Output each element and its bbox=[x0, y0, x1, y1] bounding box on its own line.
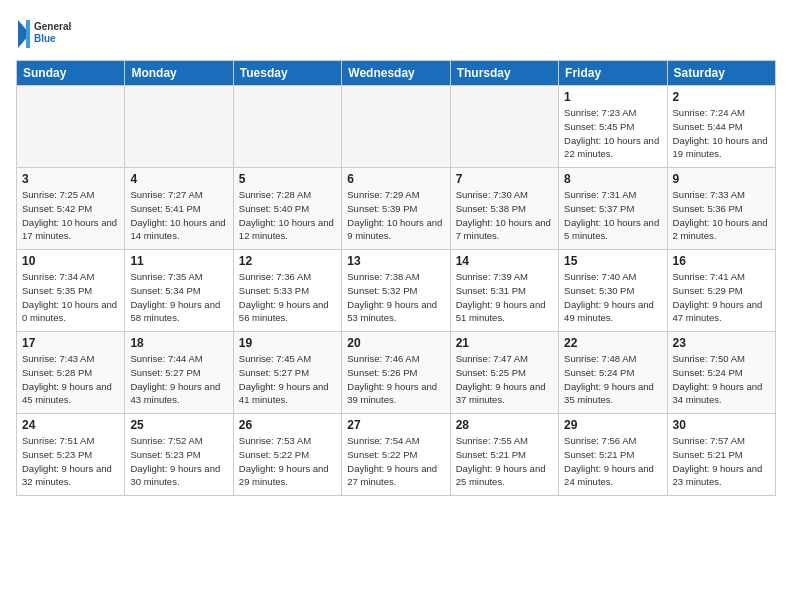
calendar-cell: 20Sunrise: 7:46 AMSunset: 5:26 PMDayligh… bbox=[342, 332, 450, 414]
day-info: Sunrise: 7:55 AMSunset: 5:21 PMDaylight:… bbox=[456, 434, 553, 489]
day-number: 8 bbox=[564, 172, 661, 186]
calendar-table: SundayMondayTuesdayWednesdayThursdayFrid… bbox=[16, 60, 776, 496]
weekday-header: Tuesday bbox=[233, 61, 341, 86]
day-number: 2 bbox=[673, 90, 770, 104]
logo-svg: General Blue bbox=[16, 16, 76, 52]
weekday-header: Wednesday bbox=[342, 61, 450, 86]
day-number: 23 bbox=[673, 336, 770, 350]
calendar-cell: 18Sunrise: 7:44 AMSunset: 5:27 PMDayligh… bbox=[125, 332, 233, 414]
day-info: Sunrise: 7:47 AMSunset: 5:25 PMDaylight:… bbox=[456, 352, 553, 407]
day-info: Sunrise: 7:31 AMSunset: 5:37 PMDaylight:… bbox=[564, 188, 661, 243]
day-info: Sunrise: 7:41 AMSunset: 5:29 PMDaylight:… bbox=[673, 270, 770, 325]
logo: General Blue bbox=[16, 16, 76, 52]
day-number: 22 bbox=[564, 336, 661, 350]
day-info: Sunrise: 7:48 AMSunset: 5:24 PMDaylight:… bbox=[564, 352, 661, 407]
calendar-cell: 19Sunrise: 7:45 AMSunset: 5:27 PMDayligh… bbox=[233, 332, 341, 414]
calendar-cell: 6Sunrise: 7:29 AMSunset: 5:39 PMDaylight… bbox=[342, 168, 450, 250]
day-number: 25 bbox=[130, 418, 227, 432]
calendar-cell: 28Sunrise: 7:55 AMSunset: 5:21 PMDayligh… bbox=[450, 414, 558, 496]
calendar-week-row: 24Sunrise: 7:51 AMSunset: 5:23 PMDayligh… bbox=[17, 414, 776, 496]
day-info: Sunrise: 7:35 AMSunset: 5:34 PMDaylight:… bbox=[130, 270, 227, 325]
day-number: 13 bbox=[347, 254, 444, 268]
day-number: 7 bbox=[456, 172, 553, 186]
calendar-cell: 8Sunrise: 7:31 AMSunset: 5:37 PMDaylight… bbox=[559, 168, 667, 250]
calendar-cell bbox=[17, 86, 125, 168]
day-info: Sunrise: 7:52 AMSunset: 5:23 PMDaylight:… bbox=[130, 434, 227, 489]
day-info: Sunrise: 7:39 AMSunset: 5:31 PMDaylight:… bbox=[456, 270, 553, 325]
calendar-cell: 23Sunrise: 7:50 AMSunset: 5:24 PMDayligh… bbox=[667, 332, 775, 414]
day-info: Sunrise: 7:56 AMSunset: 5:21 PMDaylight:… bbox=[564, 434, 661, 489]
day-info: Sunrise: 7:46 AMSunset: 5:26 PMDaylight:… bbox=[347, 352, 444, 407]
day-number: 16 bbox=[673, 254, 770, 268]
day-info: Sunrise: 7:24 AMSunset: 5:44 PMDaylight:… bbox=[673, 106, 770, 161]
day-number: 10 bbox=[22, 254, 119, 268]
page-header: General Blue bbox=[16, 16, 776, 52]
day-info: Sunrise: 7:36 AMSunset: 5:33 PMDaylight:… bbox=[239, 270, 336, 325]
weekday-header: Sunday bbox=[17, 61, 125, 86]
weekday-header: Thursday bbox=[450, 61, 558, 86]
calendar-cell: 5Sunrise: 7:28 AMSunset: 5:40 PMDaylight… bbox=[233, 168, 341, 250]
day-info: Sunrise: 7:33 AMSunset: 5:36 PMDaylight:… bbox=[673, 188, 770, 243]
calendar-cell: 13Sunrise: 7:38 AMSunset: 5:32 PMDayligh… bbox=[342, 250, 450, 332]
day-number: 24 bbox=[22, 418, 119, 432]
day-number: 18 bbox=[130, 336, 227, 350]
calendar-cell: 25Sunrise: 7:52 AMSunset: 5:23 PMDayligh… bbox=[125, 414, 233, 496]
day-number: 17 bbox=[22, 336, 119, 350]
day-number: 3 bbox=[22, 172, 119, 186]
calendar-cell: 10Sunrise: 7:34 AMSunset: 5:35 PMDayligh… bbox=[17, 250, 125, 332]
day-number: 21 bbox=[456, 336, 553, 350]
calendar-cell: 21Sunrise: 7:47 AMSunset: 5:25 PMDayligh… bbox=[450, 332, 558, 414]
weekday-header: Friday bbox=[559, 61, 667, 86]
day-info: Sunrise: 7:53 AMSunset: 5:22 PMDaylight:… bbox=[239, 434, 336, 489]
day-number: 29 bbox=[564, 418, 661, 432]
day-info: Sunrise: 7:45 AMSunset: 5:27 PMDaylight:… bbox=[239, 352, 336, 407]
day-number: 11 bbox=[130, 254, 227, 268]
calendar-cell: 27Sunrise: 7:54 AMSunset: 5:22 PMDayligh… bbox=[342, 414, 450, 496]
day-info: Sunrise: 7:25 AMSunset: 5:42 PMDaylight:… bbox=[22, 188, 119, 243]
day-number: 9 bbox=[673, 172, 770, 186]
calendar-cell: 26Sunrise: 7:53 AMSunset: 5:22 PMDayligh… bbox=[233, 414, 341, 496]
calendar-cell: 30Sunrise: 7:57 AMSunset: 5:21 PMDayligh… bbox=[667, 414, 775, 496]
calendar-cell: 29Sunrise: 7:56 AMSunset: 5:21 PMDayligh… bbox=[559, 414, 667, 496]
calendar-cell bbox=[233, 86, 341, 168]
day-number: 5 bbox=[239, 172, 336, 186]
day-number: 30 bbox=[673, 418, 770, 432]
calendar-cell: 24Sunrise: 7:51 AMSunset: 5:23 PMDayligh… bbox=[17, 414, 125, 496]
calendar-cell: 22Sunrise: 7:48 AMSunset: 5:24 PMDayligh… bbox=[559, 332, 667, 414]
day-info: Sunrise: 7:34 AMSunset: 5:35 PMDaylight:… bbox=[22, 270, 119, 325]
calendar-cell bbox=[450, 86, 558, 168]
day-number: 28 bbox=[456, 418, 553, 432]
day-number: 6 bbox=[347, 172, 444, 186]
day-info: Sunrise: 7:50 AMSunset: 5:24 PMDaylight:… bbox=[673, 352, 770, 407]
day-number: 4 bbox=[130, 172, 227, 186]
calendar-week-row: 3Sunrise: 7:25 AMSunset: 5:42 PMDaylight… bbox=[17, 168, 776, 250]
day-number: 19 bbox=[239, 336, 336, 350]
calendar-cell: 14Sunrise: 7:39 AMSunset: 5:31 PMDayligh… bbox=[450, 250, 558, 332]
calendar-cell: 1Sunrise: 7:23 AMSunset: 5:45 PMDaylight… bbox=[559, 86, 667, 168]
calendar-cell: 11Sunrise: 7:35 AMSunset: 5:34 PMDayligh… bbox=[125, 250, 233, 332]
weekday-header: Monday bbox=[125, 61, 233, 86]
day-number: 15 bbox=[564, 254, 661, 268]
calendar-cell: 9Sunrise: 7:33 AMSunset: 5:36 PMDaylight… bbox=[667, 168, 775, 250]
calendar-cell: 2Sunrise: 7:24 AMSunset: 5:44 PMDaylight… bbox=[667, 86, 775, 168]
calendar-cell bbox=[125, 86, 233, 168]
day-info: Sunrise: 7:30 AMSunset: 5:38 PMDaylight:… bbox=[456, 188, 553, 243]
calendar-cell: 3Sunrise: 7:25 AMSunset: 5:42 PMDaylight… bbox=[17, 168, 125, 250]
svg-text:Blue: Blue bbox=[34, 33, 56, 44]
calendar-header-row: SundayMondayTuesdayWednesdayThursdayFrid… bbox=[17, 61, 776, 86]
weekday-header: Saturday bbox=[667, 61, 775, 86]
day-info: Sunrise: 7:43 AMSunset: 5:28 PMDaylight:… bbox=[22, 352, 119, 407]
day-number: 1 bbox=[564, 90, 661, 104]
calendar-cell: 15Sunrise: 7:40 AMSunset: 5:30 PMDayligh… bbox=[559, 250, 667, 332]
svg-marker-3 bbox=[26, 20, 30, 48]
calendar-cell: 7Sunrise: 7:30 AMSunset: 5:38 PMDaylight… bbox=[450, 168, 558, 250]
svg-text:General: General bbox=[34, 21, 71, 32]
calendar-cell: 17Sunrise: 7:43 AMSunset: 5:28 PMDayligh… bbox=[17, 332, 125, 414]
day-info: Sunrise: 7:38 AMSunset: 5:32 PMDaylight:… bbox=[347, 270, 444, 325]
calendar-cell: 4Sunrise: 7:27 AMSunset: 5:41 PMDaylight… bbox=[125, 168, 233, 250]
calendar-week-row: 17Sunrise: 7:43 AMSunset: 5:28 PMDayligh… bbox=[17, 332, 776, 414]
day-number: 12 bbox=[239, 254, 336, 268]
day-info: Sunrise: 7:57 AMSunset: 5:21 PMDaylight:… bbox=[673, 434, 770, 489]
day-info: Sunrise: 7:51 AMSunset: 5:23 PMDaylight:… bbox=[22, 434, 119, 489]
calendar-cell: 16Sunrise: 7:41 AMSunset: 5:29 PMDayligh… bbox=[667, 250, 775, 332]
